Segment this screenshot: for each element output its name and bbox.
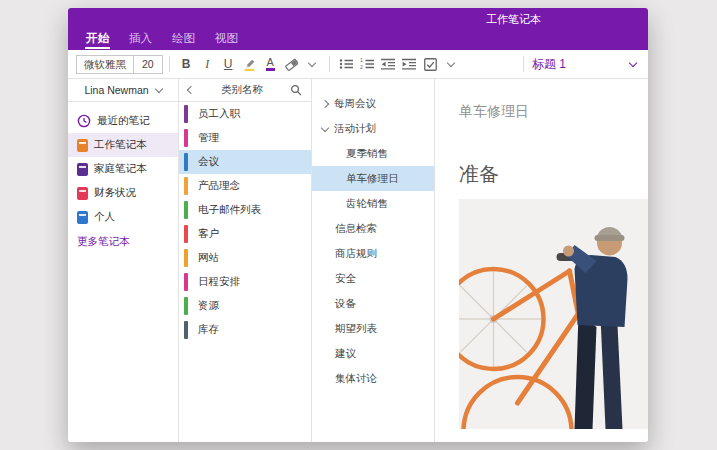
clock-icon (77, 114, 91, 128)
page-store-rules[interactable]: 商店规则 (312, 241, 434, 266)
section-inventory[interactable]: 库存 (179, 318, 311, 342)
page-safety[interactable]: 安全 (312, 266, 434, 291)
page-label: 期望列表 (335, 322, 377, 336)
eraser-icon (285, 58, 298, 71)
section-meetings[interactable]: 会议 (179, 150, 311, 174)
font-size-picker[interactable]: 20 (134, 55, 163, 74)
chevron-right-icon (321, 99, 329, 107)
page-label: 活动计划 (334, 122, 376, 136)
chevron-down-icon (629, 59, 637, 67)
title-bar[interactable]: 工作笔记本 (68, 8, 648, 30)
page-equipment[interactable]: 设备 (312, 291, 434, 316)
section-label: 网站 (198, 251, 219, 265)
page-label: 夏季销售 (346, 147, 388, 161)
section-label: 资源 (198, 299, 219, 313)
chevron-down-icon (447, 59, 455, 67)
page-summer-sale[interactable]: 夏季销售 (312, 141, 434, 166)
page-title[interactable]: 单车修理日 (459, 103, 529, 121)
notebooks-sidebar: Lina Newman 最近的笔记 工作笔记本 (68, 79, 179, 442)
svg-text:2: 2 (360, 64, 363, 70)
page-suggestions[interactable]: 建议 (312, 341, 434, 366)
section-resources[interactable]: 资源 (179, 294, 311, 318)
page-group-activity-plan[interactable]: 活动计划 (312, 116, 434, 141)
bicycle-photo (459, 199, 648, 429)
page-brainstorm[interactable]: 集体讨论 (312, 366, 434, 391)
sidebar-item-work-notebook[interactable]: 工作笔记本 (68, 133, 178, 157)
section-product-ideas[interactable]: 产品理念 (179, 174, 311, 198)
sections-header: 类别名称 (179, 79, 311, 102)
page-info-search[interactable]: 信息检索 (312, 216, 434, 241)
more-notebooks-link[interactable]: 更多笔记本 (68, 229, 178, 255)
page-label: 集体讨论 (335, 372, 377, 386)
section-color-bar (184, 297, 188, 315)
clear-formatting-button[interactable] (282, 54, 301, 74)
italic-button[interactable]: I (198, 54, 217, 74)
font-color-button[interactable]: A (261, 54, 280, 74)
sidebar-item-family-notebook[interactable]: 家庭笔记本 (68, 157, 178, 181)
section-color-bar (184, 105, 188, 123)
tab-view[interactable]: 视图 (205, 29, 248, 50)
page-label: 商店规则 (335, 247, 377, 261)
bold-button[interactable]: B (177, 54, 196, 74)
bullet-list-button[interactable] (337, 54, 356, 74)
section-color-bar (184, 225, 188, 243)
todo-tag-button[interactable] (421, 54, 440, 74)
section-onboarding[interactable]: 员工入职 (179, 102, 311, 126)
ribbon-tabs: 开始 插入 绘图 视图 (68, 30, 648, 50)
sidebar-item-finances-notebook[interactable]: 财务状况 (68, 181, 178, 205)
style-picker[interactable]: 标题 1 (532, 56, 640, 73)
page-wish-list[interactable]: 期望列表 (312, 316, 434, 341)
numbered-list-icon: 12 (360, 58, 374, 70)
page-bike-repair-day[interactable]: 单车修理日 (312, 166, 434, 191)
toolbar-divider (169, 56, 170, 72)
bold-icon: B (182, 57, 191, 71)
more-list-options-button[interactable] (442, 54, 461, 74)
section-customers[interactable]: 客户 (179, 222, 311, 246)
notebook-icon (77, 211, 88, 224)
sidebar-item-label: 财务状况 (94, 186, 136, 200)
pages-pane: 每周会议 活动计划 夏季销售 单车修理日 齿轮销售 信息检索 (312, 79, 435, 442)
tab-insert[interactable]: 插入 (119, 29, 162, 50)
section-schedule[interactable]: 日程安排 (179, 270, 311, 294)
desktop-background: 工作笔记本 开始 插入 绘图 视图 微软雅黑 20 B I U (0, 0, 717, 450)
account-switcher[interactable]: Lina Newman (68, 79, 178, 102)
section-email-list[interactable]: 电子邮件列表 (179, 198, 311, 222)
highlighter-button[interactable] (240, 54, 259, 74)
section-label: 日程安排 (198, 275, 240, 289)
sidebar-item-recent-notes[interactable]: 最近的笔记 (68, 109, 178, 133)
italic-icon: I (205, 57, 209, 72)
more-font-options-button[interactable] (303, 54, 322, 74)
formatting-toolbar: 微软雅黑 20 B I U A (68, 50, 648, 79)
section-color-bar (184, 153, 188, 171)
page-canvas[interactable]: 单车修理日 准备 (435, 79, 648, 442)
chevron-down-icon (154, 85, 162, 93)
tab-home[interactable]: 开始 (76, 29, 119, 50)
section-management[interactable]: 管理 (179, 126, 311, 150)
search-icon[interactable] (290, 84, 302, 96)
notebooks-list: 最近的笔记 工作笔记本 家庭笔记本 财务状况 (68, 102, 178, 255)
indent-button[interactable] (400, 54, 419, 74)
section-color-bar (184, 321, 188, 339)
section-label: 电子邮件列表 (198, 203, 261, 217)
content-heading[interactable]: 准备 (459, 161, 499, 188)
section-label: 产品理念 (198, 179, 240, 193)
sidebar-item-label: 最近的笔记 (97, 114, 150, 128)
page-group-weekly-meetings[interactable]: 每周会议 (312, 91, 434, 116)
page-gear-sale[interactable]: 齿轮销售 (312, 191, 434, 216)
section-label: 会议 (198, 155, 219, 169)
font-color-icon: A (266, 57, 275, 71)
numbered-list-button[interactable]: 12 (358, 54, 377, 74)
toolbar-divider (329, 56, 330, 72)
section-website[interactable]: 网站 (179, 246, 311, 270)
outdent-button[interactable] (379, 54, 398, 74)
underline-icon: U (224, 57, 233, 71)
font-name-picker[interactable]: 微软雅黑 (76, 55, 134, 74)
window-body: Lina Newman 最近的笔记 工作笔记本 (68, 79, 648, 442)
page-label: 信息检索 (335, 222, 377, 236)
bullet-list-icon (339, 58, 353, 70)
underline-button[interactable]: U (219, 54, 238, 74)
sidebar-item-personal-notebook[interactable]: 个人 (68, 205, 178, 229)
sections-header-title: 类别名称 (194, 83, 290, 97)
notebook-icon (77, 139, 88, 152)
tab-draw[interactable]: 绘图 (162, 29, 205, 50)
